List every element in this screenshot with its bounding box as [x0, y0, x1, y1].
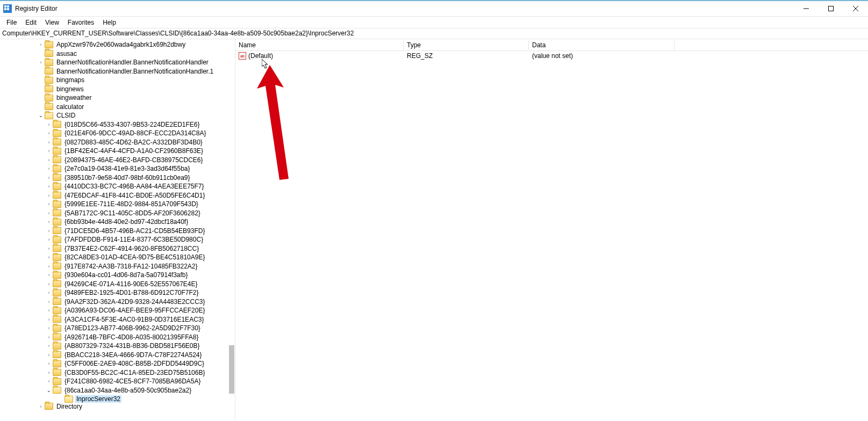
tree-item[interactable]: ›{CB3D0F55-BC2C-4C1A-85ED-23ED75B5106B} [0, 368, 235, 378]
chevron-right-icon[interactable]: › [46, 317, 52, 322]
tree-item[interactable]: ›{71DCE5D6-4B57-496B-AC21-CD5B54EB93FD} [0, 227, 235, 236]
tree-item[interactable]: ›{9AA2F32D-362A-42D9-9328-24A4483E2CCC3} [0, 297, 235, 307]
chevron-right-icon[interactable]: › [46, 281, 52, 287]
tree-item[interactable]: ›{930e604a-cc01-4d06-8d7a-5a07914f3afb} [0, 271, 235, 280]
address-bar[interactable]: Computer\HKEY_CURRENT_USER\Software\Clas… [0, 28, 868, 39]
chevron-right-icon[interactable]: › [46, 272, 52, 278]
window-title: Registry Editor [15, 5, 58, 12]
tree-item[interactable]: bingmaps [0, 76, 235, 85]
tree-item[interactable]: ›{021E4F06-9DCC-49AD-88CF-ECC2DA314C8A} [0, 129, 235, 138]
chevron-right-icon[interactable]: › [46, 299, 52, 304]
value-row[interactable]: ab(Default)REG_SZ(value not set) [235, 51, 868, 61]
chevron-right-icon[interactable]: › [46, 122, 52, 127]
folder-icon [53, 272, 61, 279]
tree-scrollbar-thumb[interactable] [229, 345, 234, 394]
tree-item[interactable]: ›{C5FF006E-2AE9-408C-B85B-2DFDD5449D9C} [0, 359, 235, 368]
list-body[interactable]: ab(Default)REG_SZ(value not set) [235, 51, 868, 61]
tree-item[interactable]: ›{A926714B-7BFC-4D08-A035-80021395FFA8} [0, 333, 235, 342]
tree-item[interactable]: ›{82CA8DE3-01AD-4CEA-9D75-BE4C51810A9E} [0, 253, 235, 262]
tree-item[interactable]: ›{F241C880-6982-4CE5-8CF7-7085BA96DA5A} [0, 377, 235, 386]
tree-item[interactable]: ›{018D5C66-4533-4307-9B53-224DE2ED1FE6} [0, 120, 235, 129]
chevron-right-icon[interactable]: › [38, 42, 44, 47]
chevron-right-icon[interactable]: › [46, 193, 52, 198]
folder-icon [53, 139, 61, 146]
tree-item[interactable]: ›{5999E1EE-711E-48D2-9884-851A709F543D} [0, 200, 235, 209]
chevron-right-icon[interactable]: › [46, 308, 52, 313]
chevron-right-icon[interactable]: › [46, 379, 52, 384]
tree-item[interactable]: ⌄{86ca1aa0-34aa-4e8b-a509-50c905bae2a2} [0, 386, 235, 395]
chevron-right-icon[interactable]: › [46, 166, 52, 171]
tree-item[interactable]: ›{389510b7-9e58-40d7-98bf-60b911cb0ea9} [0, 173, 235, 183]
tree-item[interactable]: ›{20894375-46AE-46E2-BAFD-CB38975CDCE6} [0, 156, 235, 165]
tree-item[interactable]: InprocServer32 [0, 395, 235, 404]
chevron-down-icon[interactable]: ⌄ [38, 113, 44, 118]
tree-item[interactable]: BannerNotificationHandler.BannerNotifica… [0, 67, 235, 76]
chevron-down-icon[interactable]: ⌄ [46, 388, 52, 393]
tree-item[interactable]: ›{5AB7172C-9C11-405C-8DD5-AF20F3606282} [0, 209, 235, 218]
tree-item[interactable]: ›{2e7c0a19-0438-41e9-81e3-3ad3d64f55ba} [0, 164, 235, 173]
values-pane[interactable]: Name Type Data ab(Default)REG_SZ(value n… [235, 39, 868, 420]
chevron-right-icon[interactable]: › [46, 140, 52, 145]
chevron-right-icon[interactable]: › [38, 404, 44, 409]
tree-item[interactable]: ›{9489FEB2-1925-4D01-B788-6D912C70F7F2} [0, 288, 235, 297]
tree-item[interactable]: ›{BBACC218-34EA-4666-9D7A-C78F2274A524} [0, 351, 235, 360]
chevron-right-icon[interactable]: › [46, 237, 52, 242]
tree-item[interactable]: ›{917E8742-AA3B-7318-FA12-10485FB322A2} [0, 262, 235, 271]
tree-item[interactable]: ›{1BF42E4C-4AF4-4CFD-A1A0-CF2960B8F63E} [0, 147, 235, 156]
chevron-right-icon[interactable]: › [46, 201, 52, 207]
chevron-right-icon[interactable]: › [46, 325, 52, 331]
close-button[interactable] [843, 1, 868, 17]
tree-item[interactable]: asusac [0, 49, 235, 59]
tree-item[interactable]: ›{6bb93b4e-44d8-40e2-bd97-42dbcf18a40f} [0, 217, 235, 227]
tree-item[interactable]: ›{A78ED123-AB77-406B-9962-2A5D9D2F7F30} [0, 324, 235, 333]
tree-item[interactable]: calculator [0, 103, 235, 112]
chevron-right-icon[interactable]: › [38, 60, 44, 65]
tree-item[interactable]: ›{4410DC33-BC7C-496B-AA84-4AEA3EEE75F7} [0, 182, 235, 191]
menu-edit[interactable]: Edit [21, 18, 41, 27]
tree-item[interactable]: ›{AB807329-7324-431B-8B36-DBD581F56E0B} [0, 342, 235, 351]
chevron-right-icon[interactable]: › [46, 255, 52, 260]
col-data[interactable]: Data [529, 40, 675, 50]
titlebar: Registry Editor [0, 1, 868, 17]
chevron-right-icon[interactable]: › [46, 343, 52, 349]
col-empty [675, 44, 868, 46]
chevron-right-icon[interactable]: › [46, 219, 52, 224]
maximize-button[interactable] [819, 1, 843, 17]
chevron-right-icon[interactable]: › [46, 352, 52, 358]
menu-help[interactable]: Help [98, 18, 120, 27]
tree-item[interactable]: ›{A3CA1CF4-5F3E-4AC0-91B9-0D3716E1EAC3} [0, 315, 235, 324]
tree-item[interactable]: ›{7B37E4E2-C62F-4914-9620-8FB5062718CC} [0, 244, 235, 253]
tree-item[interactable]: ›{7AFDFDDB-F914-11E4-8377-6C3BE50D980C} [0, 235, 235, 244]
tree-item[interactable]: ›AppXzwr976v2e060wada4gabrk1x69h2dbwy [0, 40, 235, 49]
chevron-right-icon[interactable]: › [46, 228, 52, 234]
chevron-right-icon[interactable]: › [46, 370, 52, 375]
chevron-right-icon[interactable]: › [46, 148, 52, 154]
tree-pane[interactable]: ›AppXzwr976v2e060wada4gabrk1x69h2dbwyasu… [0, 39, 235, 420]
tree-item[interactable]: ›{A0396A93-DC06-4AEF-BEE9-95FFCCAEF20E} [0, 306, 235, 315]
menu-favorites[interactable]: Favorites [63, 18, 98, 27]
registry-tree[interactable]: ›AppXzwr976v2e060wada4gabrk1x69h2dbwyasu… [0, 39, 235, 411]
tree-item[interactable]: bingweather [0, 93, 235, 103]
tree-item[interactable]: ›{94269C4E-071A-4116-90E6-52E557067E4E} [0, 280, 235, 289]
minimize-button[interactable] [794, 1, 819, 17]
chevron-right-icon[interactable]: › [46, 157, 52, 163]
chevron-right-icon[interactable]: › [46, 210, 52, 216]
chevron-right-icon[interactable]: › [46, 184, 52, 189]
menu-view[interactable]: View [41, 18, 63, 27]
chevron-right-icon[interactable]: › [46, 361, 52, 366]
tree-item[interactable]: bingnews [0, 85, 235, 94]
chevron-right-icon[interactable]: › [46, 335, 52, 340]
chevron-right-icon[interactable]: › [46, 290, 52, 295]
chevron-right-icon[interactable]: › [46, 246, 52, 251]
chevron-right-icon[interactable]: › [46, 264, 52, 269]
col-name[interactable]: Name [235, 40, 404, 50]
tree-item[interactable]: ⌄CLSID [0, 111, 235, 120]
tree-item[interactable]: ›BannerNotificationHandler.BannerNotific… [0, 58, 235, 67]
menu-file[interactable]: File [2, 18, 21, 27]
chevron-right-icon[interactable]: › [46, 175, 52, 180]
col-type[interactable]: Type [404, 40, 529, 50]
tree-item[interactable]: ›Directory [0, 404, 235, 409]
tree-item[interactable]: ›{0827D883-485C-4D62-BA2C-A332DBF3D4B0} [0, 138, 235, 147]
tree-item[interactable]: ›{47E6DCAF-41F8-441C-BD0E-A50D5FE6C4D1} [0, 191, 235, 200]
chevron-right-icon[interactable]: › [46, 130, 52, 136]
